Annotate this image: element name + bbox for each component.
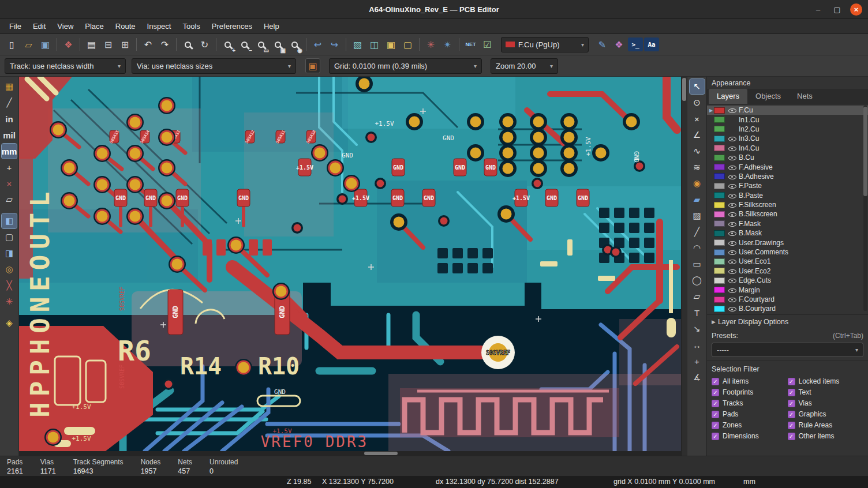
layer-visibility-eye-icon[interactable]	[728, 267, 736, 275]
ratsnest-toggle-button[interactable]: ×	[2, 176, 17, 191]
layer-visibility-eye-icon[interactable]	[728, 276, 736, 284]
print-button[interactable]: ⊟	[100, 37, 116, 52]
layer-visibility-eye-icon[interactable]	[728, 305, 736, 313]
layer-color-swatch[interactable]	[714, 287, 725, 293]
layer-visibility-eye-icon[interactable]	[728, 116, 736, 124]
layer-visibility-eye-icon[interactable]	[728, 220, 736, 228]
layer-row-edge-cuts[interactable]: Edge.Cuts	[707, 276, 868, 285]
layer-visibility-eye-icon[interactable]	[728, 153, 736, 162]
layer-color-swatch[interactable]	[714, 117, 725, 123]
menu-place[interactable]: Place	[79, 19, 110, 33]
maximize-button[interactable]: ▢	[831, 3, 843, 16]
line-tool[interactable]: ╱	[690, 224, 705, 239]
layer-row-f-cu[interactable]: ▶F.Cu	[707, 106, 868, 115]
filter-text[interactable]: ✓Text	[788, 388, 864, 396]
layer-color-swatch[interactable]	[714, 306, 725, 312]
layer-row-f-paste[interactable]: F.Paste	[707, 181, 868, 190]
menu-preferences[interactable]: Preferences	[206, 19, 258, 33]
layer-color-swatch[interactable]	[714, 107, 725, 114]
hscroll-handle[interactable]	[364, 452, 398, 455]
close-button[interactable]: ×	[850, 3, 862, 16]
layer-row-user-drawings[interactable]: User.Drawings	[707, 238, 868, 247]
nav-forward-button[interactable]: ↪	[327, 37, 342, 52]
layer-color-swatch[interactable]	[714, 277, 725, 284]
layer-display-options[interactable]: ▶ Layer Display Options	[707, 314, 868, 329]
track-width-dropdown[interactable]: Track: use netclass width ▾	[5, 58, 126, 74]
layer-row-f-courtyard[interactable]: F.Courtyard	[707, 295, 868, 304]
filter-other-items[interactable]: ✓Other items	[788, 432, 864, 440]
layer-color-swatch[interactable]	[714, 145, 725, 151]
menu-edit[interactable]: Edit	[27, 19, 51, 33]
find-button[interactable]	[180, 37, 196, 52]
tune-length-tool[interactable]: ≋	[690, 160, 705, 175]
save-button[interactable]: ▣	[38, 37, 53, 52]
layer-visibility-eye-icon[interactable]	[728, 125, 736, 133]
layer-visibility-eye-icon[interactable]	[728, 182, 736, 190]
checkbox-icon[interactable]: ✓	[712, 422, 719, 429]
canvas-vscrollbar[interactable]	[681, 77, 687, 456]
zone-display-button[interactable]: ◧	[2, 213, 17, 228]
arc-tool[interactable]: ◠	[690, 241, 705, 256]
zone-tool[interactable]: ▰	[690, 192, 705, 207]
filter-rule-areas[interactable]: ✓Rule Areas	[788, 421, 864, 429]
layer-color-swatch[interactable]	[714, 211, 725, 217]
layer-row-b-silkscreen[interactable]: B.Silkscreen	[707, 209, 868, 219]
via-tool[interactable]: ◉	[690, 176, 705, 191]
layer-visibility-eye-icon[interactable]	[728, 106, 736, 114]
pad-display-button[interactable]: ▢	[2, 230, 17, 245]
drc-button[interactable]: ☑	[480, 37, 495, 52]
tab-objects[interactable]: Objects	[747, 89, 789, 104]
layer-row-b-cu[interactable]: B.Cu	[707, 153, 868, 162]
menu-route[interactable]: Route	[110, 19, 141, 33]
layer-color-swatch[interactable]	[714, 296, 725, 303]
filter-locked-items[interactable]: ✓Locked items	[788, 377, 864, 385]
rectangle-tool[interactable]: ▭	[690, 257, 705, 272]
layer-selector-dropdown[interactable]: F.Cu (PgUp) ▾	[501, 37, 589, 52]
filter-graphics[interactable]: ✓Graphics	[788, 410, 864, 418]
layer-row-margin[interactable]: Margin	[707, 285, 868, 294]
nav-back-button[interactable]: ↩	[310, 37, 326, 52]
unlock-button[interactable]: ▢	[400, 37, 416, 52]
zoom-selection-button[interactable]: ▣	[270, 37, 286, 52]
pcb-canvas[interactable]: GNDGNDGNDGNDGNDGNDGNDGNDGNDGNDGND+1.5V+1…	[19, 77, 681, 451]
layer-color-swatch[interactable]	[714, 136, 725, 142]
checkbox-icon[interactable]: ✓	[712, 400, 719, 407]
layer-row-b-mask[interactable]: B.Mask	[707, 228, 868, 238]
redo-button[interactable]: ↷	[157, 37, 173, 52]
checkbox-icon[interactable]: ✓	[788, 422, 795, 429]
page-settings-button[interactable]: ▤	[84, 37, 99, 52]
layer-visibility-eye-icon[interactable]	[728, 239, 736, 247]
layer-visibility-eye-icon[interactable]	[728, 229, 736, 237]
filter-footprints[interactable]: ✓Footprints	[712, 388, 788, 396]
layer-color-swatch[interactable]	[714, 192, 725, 198]
checkbox-icon[interactable]: ✓	[788, 400, 795, 407]
route-tracks-tool[interactable]: ∿	[690, 144, 705, 159]
layers-scrollbar[interactable]	[863, 106, 867, 311]
layer-row-in1-cu[interactable]: In1.Cu	[707, 115, 868, 124]
layer-row-in4-cu[interactable]: In4.Cu	[707, 144, 868, 153]
layer-row-b-courtyard[interactable]: B.Courtyard	[707, 304, 868, 313]
menu-tools[interactable]: Tools	[177, 19, 205, 33]
checkbox-icon[interactable]: ✓	[712, 389, 719, 396]
layer-row-user-eco2[interactable]: User.Eco2	[707, 266, 868, 276]
high-contrast-mode-button[interactable]: ✎	[594, 37, 610, 52]
ratsnest-button[interactable]: ✳	[423, 37, 439, 52]
area-select-button[interactable]: ▧	[350, 37, 365, 52]
grid-dropdown[interactable]: Grid: 0.0100 mm (0.39 mils) ▾	[329, 58, 482, 74]
layer-row-f-silkscreen[interactable]: F.Silkscreen	[707, 200, 868, 209]
layer-visibility-eye-icon[interactable]	[728, 248, 736, 256]
select-tool[interactable]: ↖	[690, 79, 705, 94]
lock-button[interactable]: ▣	[383, 37, 399, 52]
via-size-dropdown[interactable]: Via: use netclass sizes ▾	[132, 58, 296, 74]
layer-visibility-eye-icon[interactable]	[728, 144, 736, 152]
plot-button[interactable]: ⊞	[117, 37, 133, 52]
toggle-grid-button[interactable]: ▦	[2, 79, 17, 94]
crop-view-button[interactable]: ◫	[366, 37, 382, 52]
layer-color-swatch[interactable]	[714, 155, 725, 161]
zoom-fit-button[interactable]: ▭	[253, 37, 269, 52]
layer-visibility-eye-icon[interactable]	[728, 192, 736, 200]
plugin-manager-button[interactable]: ❖	[61, 37, 76, 52]
via-display-button[interactable]: ◨	[2, 246, 17, 261]
new-board-button[interactable]: ▯	[4, 37, 20, 52]
inactive-layer-display-button[interactable]: ╳	[2, 278, 17, 293]
